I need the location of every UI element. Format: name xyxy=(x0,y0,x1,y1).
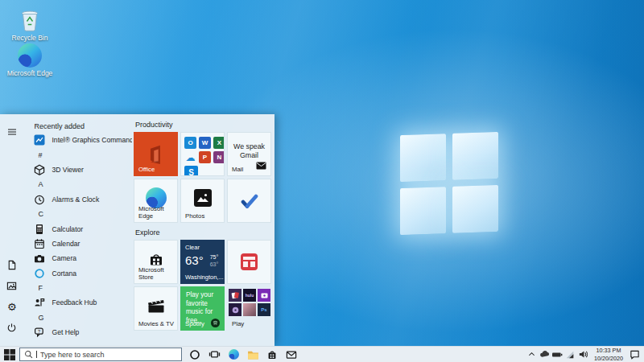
app-list-section-letter[interactable]: C xyxy=(23,207,132,221)
taskbar-store-button[interactable] xyxy=(262,347,282,362)
play-mini-solitaire[interactable] xyxy=(229,289,242,302)
recycle-bin-icon xyxy=(19,6,40,32)
camera-icon xyxy=(34,253,45,264)
tile-photos[interactable]: Photos xyxy=(180,179,225,223)
powerpoint-icon[interactable]: P xyxy=(199,151,211,163)
app-item-camera[interactable]: Camera xyxy=(23,251,132,265)
start-menu-rail: ⚙ xyxy=(0,114,23,346)
rail-documents-button[interactable] xyxy=(6,258,19,271)
tray-onedrive-icon[interactable] xyxy=(538,347,551,362)
taskbar-search-input[interactable]: Type here to search xyxy=(19,348,182,361)
tray-battery-icon[interactable] xyxy=(551,347,564,362)
app-item-label: Cortana xyxy=(52,269,76,278)
cortana-icon xyxy=(34,268,45,279)
outlook-icon[interactable]: O xyxy=(184,137,196,149)
start-button[interactable] xyxy=(0,347,19,362)
clock-time: 10:33 PM xyxy=(590,347,627,355)
taskbar-mail-button[interactable] xyxy=(282,347,301,362)
windows-logo-pane xyxy=(452,132,498,180)
onenote-icon[interactable]: N xyxy=(213,151,225,163)
app-item-label: Camera xyxy=(52,254,76,262)
taskbar-cortana-button[interactable] xyxy=(185,347,204,362)
taskbar-app-buttons xyxy=(185,347,301,362)
rail-power-button[interactable] xyxy=(6,321,19,334)
spotify-icon xyxy=(211,319,220,327)
rail-menu-button[interactable] xyxy=(6,125,19,138)
rail-pictures-button[interactable] xyxy=(6,279,19,292)
onedrive-icon[interactable]: ☁ xyxy=(184,151,196,163)
windows-desktop: Recycle Bin Microsoft Edge ⚙ Recently ad… xyxy=(0,0,644,362)
play-mini-hulu[interactable]: hulu xyxy=(243,289,256,302)
app-list-section-letter[interactable]: # xyxy=(23,147,132,162)
tray-volume-icon[interactable] xyxy=(576,347,589,362)
app-item-calendar[interactable]: Calendar xyxy=(23,237,132,251)
taskbar-clock[interactable]: 10:33 PM 10/20/2020 xyxy=(590,347,627,362)
app-item-label: Feedback Hub xyxy=(52,298,97,306)
excel-icon[interactable]: X xyxy=(213,137,225,149)
app-item-calculator[interactable]: Calculator xyxy=(23,221,132,236)
tile-group-label-explore: Explore xyxy=(135,228,271,237)
app-item-intel-graphics-command-center[interactable]: Intel® Graphics Command Center xyxy=(23,133,132,147)
calculator-icon xyxy=(34,224,45,235)
weather-location: Washington,... xyxy=(185,274,224,281)
calendar-icon xyxy=(34,238,45,249)
app-item-feedback-hub[interactable]: Feedback Hub xyxy=(23,295,132,310)
rail-settings-button[interactable]: ⚙ xyxy=(6,300,19,313)
windows-logo xyxy=(400,132,498,235)
desktop-icon-label: Microsoft Edge xyxy=(7,70,53,78)
tile-spotify[interactable]: Play your favorite music for free. Spoti… xyxy=(180,286,225,331)
app-item-label: Get Help xyxy=(52,328,79,336)
tile-news[interactable] xyxy=(227,240,271,284)
tile-office-apps-group[interactable]: OWX☁PN S xyxy=(180,132,225,176)
desktop-icon-microsoft-edge[interactable]: Microsoft Edge xyxy=(4,42,56,78)
intel-icon xyxy=(34,134,45,146)
app-item-alarms-clock[interactable]: Alarms & Clock xyxy=(23,192,132,207)
tile-mail[interactable]: We speak Gmail Mail xyxy=(227,132,271,176)
taskbar-file-explorer-button[interactable] xyxy=(243,347,262,362)
action-center-button[interactable] xyxy=(628,347,641,362)
recently-added-header: Recently added xyxy=(23,119,132,133)
clock-date: 10/20/2020 xyxy=(590,355,627,362)
tile-office[interactable]: Office xyxy=(134,132,178,176)
app-item-label: Calculator xyxy=(52,225,83,233)
taskbar-edge-button[interactable] xyxy=(224,347,243,362)
play-mini-disc[interactable] xyxy=(229,303,242,316)
play-mini-video[interactable] xyxy=(258,289,270,302)
app-item-label: Alarms & Clock xyxy=(52,195,99,204)
tile-weather[interactable]: Clear 63° 75° 63° Washington,... xyxy=(180,240,225,284)
todo-check-icon xyxy=(228,179,270,222)
app-list-section-letter[interactable]: G xyxy=(23,311,132,325)
app-item-get-help[interactable]: ?Get Help xyxy=(23,325,132,339)
play-mini-ps[interactable]: Ps xyxy=(258,303,270,316)
play-mini-photo[interactable] xyxy=(243,303,256,316)
app-list-section-letter[interactable]: F xyxy=(23,281,132,295)
tile-play-group[interactable]: huluPs Play xyxy=(227,286,271,331)
svg-text:?: ? xyxy=(38,329,40,334)
tile-label: Photos xyxy=(185,212,204,220)
windows-logo-pane xyxy=(400,187,446,235)
taskbar-task-view-button[interactable] xyxy=(204,347,224,362)
windows-logo-pane xyxy=(400,134,446,182)
skype-tile[interactable]: S xyxy=(184,166,198,176)
app-list-section-letter[interactable]: A xyxy=(23,177,132,191)
gethelp-icon: ? xyxy=(34,327,45,338)
desktop-icon-recycle-bin[interactable]: Recycle Bin xyxy=(4,6,56,43)
news-icon xyxy=(228,241,270,283)
tile-to-do[interactable] xyxy=(227,179,271,223)
play-mini-tiles: huluPs xyxy=(228,287,270,316)
tile-microsoft-edge[interactable]: Microsoft Edge xyxy=(134,179,178,223)
tile-movies-tv[interactable]: Movies & TV xyxy=(134,286,178,331)
edge-icon xyxy=(18,42,42,68)
tile-label: Mail xyxy=(232,166,243,173)
word-icon[interactable]: W xyxy=(199,137,211,149)
mail-tile-text: We speak Gmail xyxy=(228,142,270,160)
tray-network-icon[interactable] xyxy=(564,347,576,362)
app-item-3d-viewer[interactable]: 3D Viewer xyxy=(23,162,132,177)
windows-logo-pane xyxy=(452,185,498,233)
app-item-cortana[interactable]: Cortana xyxy=(23,266,132,281)
tile-microsoft-store[interactable]: Microsoft Store xyxy=(134,240,178,284)
tray-chevron-up-icon[interactable] xyxy=(525,347,538,362)
tile-group-label-productivity: Productivity xyxy=(135,121,271,129)
system-tray: 10:33 PM 10/20/2020 xyxy=(525,347,644,362)
app-item-label: Intel® Graphics Command Center xyxy=(52,136,132,144)
